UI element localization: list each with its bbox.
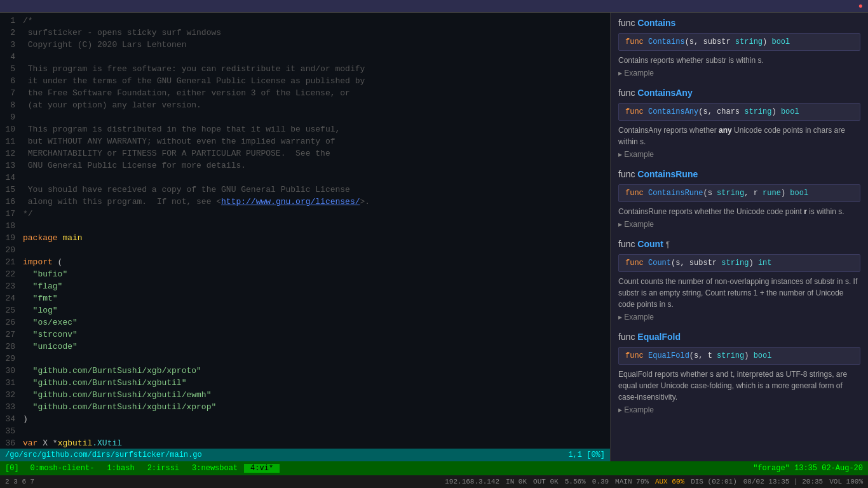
- doc-desc-contains: Contains reports whether substr is withi…: [618, 55, 860, 66]
- doc-example-count[interactable]: Example: [618, 313, 860, 322]
- doc-section-containsany: func ContainsAnyfunc ContainsAny(s, char…: [618, 88, 860, 159]
- doc-func-title-containsrune: func ContainsRune: [618, 169, 860, 179]
- doc-section-contains: func Containsfunc Contains(s, substr str…: [618, 18, 860, 78]
- status-aux: AUX 60%: [655, 478, 684, 485]
- doc-section-count: func Count ¶func Count(s, substr string)…: [618, 239, 860, 322]
- code-line-22: "bufio": [23, 269, 607, 281]
- status-ip: 192.168.3.142: [445, 478, 499, 485]
- code-position: 1,1 [0%]: [568, 451, 605, 459]
- tmux-window-2[interactable]: 2:irssi: [141, 464, 186, 473]
- code-filepath: /go/src/github.com/dirs/surfsticker/main…: [5, 451, 202, 459]
- code-line-6: it under the terms of the GNU General Pu…: [23, 76, 607, 88]
- tmux-window-4[interactable]: 4:vi*: [244, 464, 280, 473]
- code-line-28: "unicode": [23, 341, 607, 353]
- doc-code-block-contains: func Contains(s, substr string) bool: [618, 33, 860, 51]
- func-name-equalfold[interactable]: EqualFold: [637, 332, 681, 342]
- code-line-16: along with this program. If not, see <ht…: [23, 196, 607, 208]
- code-line-32: "github.com/BurntSushi/xgbutil/ewmh": [23, 390, 607, 402]
- code-line-19: package main: [23, 233, 607, 245]
- doc-example-equalfold[interactable]: Example: [618, 405, 860, 414]
- code-line-30: "github.com/BurntSushi/xgb/xproto": [23, 365, 607, 377]
- code-line-3: Copyright (C) 2020 Lars Lehtonen: [23, 39, 607, 51]
- doc-func-title-count: func Count ¶: [618, 239, 860, 249]
- doc-code-block-count: func Count(s, substr string) int: [618, 254, 860, 272]
- code-content[interactable]: /* surfsticker - opens sticky surf windo…: [20, 13, 610, 449]
- code-line-11: but WITHOUT ANY WARRANTY; without even t…: [23, 136, 607, 148]
- code-line-13: GNU General Public License for more deta…: [23, 160, 607, 172]
- code-line-20: [23, 245, 607, 257]
- pane-numbers: 2 3 6 7: [5, 478, 34, 485]
- doc-desc-equalfold: EqualFold reports whether s and t, inter…: [618, 369, 860, 403]
- code-line-33: "github.com/BurntSushi/xgbutil/xprop": [23, 402, 607, 414]
- func-name-contains[interactable]: Contains: [637, 18, 675, 28]
- code-line-21: import (: [23, 257, 607, 269]
- doc-section-containsrune: func ContainsRunefunc ContainsRune(s str…: [618, 169, 860, 229]
- titlebar-right: ●: [858, 2, 863, 11]
- doc-example-contains[interactable]: Example: [618, 69, 860, 78]
- status-date: 08/02 13:35 | 20:35: [743, 478, 823, 485]
- doc-func-title-equalfold: func EqualFold: [618, 332, 860, 342]
- code-line-29: [23, 353, 607, 365]
- doc-code-block-containsrune: func ContainsRune(s string, r rune) bool: [618, 184, 860, 202]
- code-line-4: [23, 51, 607, 64]
- code-line-14: [23, 172, 607, 184]
- code-line-26: "os/exec": [23, 317, 607, 329]
- code-line-1: /*: [23, 15, 607, 27]
- tmux-window-0[interactable]: 0:mosh-client-: [24, 464, 101, 473]
- status-load: 0.39: [592, 478, 609, 485]
- doc-code-block-containsany: func ContainsAny(s, chars string) bool: [618, 103, 860, 121]
- doc-desc-containsany: ContainsAny reports whether any Unicode …: [618, 125, 860, 147]
- func-keyword: func: [618, 88, 637, 98]
- code-line-23: "flag": [23, 281, 607, 293]
- docs-pane[interactable]: func Containsfunc Contains(s, substr str…: [610, 13, 868, 461]
- code-line-24: "fmt": [23, 293, 607, 305]
- doc-example-containsany[interactable]: Example: [618, 150, 860, 159]
- tmux-window-3[interactable]: 3:newsboat: [186, 464, 244, 473]
- titlebar: ●: [0, 0, 868, 13]
- code-line-15: You should have received a copy of the G…: [23, 184, 607, 196]
- code-line-34: ): [23, 414, 607, 426]
- para-icon: ¶: [666, 240, 670, 249]
- code-line-12: MERCHANTABILITY or FITNESS FOR A PARTICU…: [23, 148, 607, 160]
- tmux-indicator: [0]: [0, 464, 24, 473]
- status-percent: 5.56%: [565, 478, 586, 485]
- doc-section-equalfold: func EqualFoldfunc EqualFold(s, t string…: [618, 332, 860, 414]
- func-keyword: func: [618, 169, 637, 179]
- status-main: MAIN 79%: [615, 478, 649, 485]
- code-line-10: This program is distributed in the hope …: [23, 124, 607, 136]
- doc-code-block-equalfold: func EqualFold(s, t string) bool: [618, 347, 860, 365]
- tmux-bar[interactable]: [0] 0:mosh-client-1:bash2:irssi3:newsboa…: [0, 461, 868, 475]
- code-line-35: [23, 426, 607, 438]
- code-line-17: */: [23, 208, 607, 220]
- tmux-right-text: "forage" 13:35 02-Aug-20: [748, 464, 868, 473]
- code-line-27: "strconv": [23, 329, 607, 341]
- doc-example-containsrune[interactable]: Example: [618, 220, 860, 229]
- func-keyword: func: [618, 239, 637, 249]
- status-line: 2 3 6 7 192.168.3.142 IN 0K OUT 0K 5.56%…: [0, 475, 868, 488]
- func-name-count[interactable]: Count: [637, 239, 663, 249]
- doc-desc-count: Count counts the number of non-overlappi…: [618, 276, 860, 310]
- code-line-31: "github.com/BurntSushi/xgbutil": [23, 377, 607, 390]
- code-statusbar: /go/src/github.com/dirs/surfsticker/main…: [0, 449, 610, 461]
- doc-func-title-containsany: func ContainsAny: [618, 88, 860, 98]
- doc-desc-containsrune: ContainsRune reports whether the Unicode…: [618, 206, 860, 217]
- code-line-18: [23, 220, 607, 233]
- code-line-5: This program is free software: you can r…: [23, 64, 607, 76]
- tmux-windows: 0:mosh-client-1:bash2:irssi3:newsboat4:v…: [24, 464, 749, 473]
- tmux-window-1[interactable]: 1:bash: [100, 464, 140, 473]
- status-dis: DIS (02:01): [691, 478, 737, 485]
- status-left: 2 3 6 7: [5, 478, 34, 485]
- status-in: IN 0K: [506, 478, 527, 485]
- func-keyword: func: [618, 18, 637, 28]
- func-name-containsany[interactable]: ContainsAny: [637, 88, 692, 98]
- func-name-containsrune[interactable]: ContainsRune: [637, 169, 698, 179]
- code-area: 1234567891011121314151617181920212223242…: [0, 13, 610, 449]
- code-line-2: surfsticker - opens sticky surf windows: [23, 27, 607, 39]
- code-line-8: (at your option) any later version.: [23, 100, 607, 112]
- code-line-36: var X *xgbutil.XUtil: [23, 438, 607, 449]
- func-keyword: func: [618, 332, 637, 342]
- code-pane[interactable]: 1234567891011121314151617181920212223242…: [0, 13, 610, 461]
- doc-func-title-contains: func Contains: [618, 18, 860, 28]
- status-right: 192.168.3.142 IN 0K OUT 0K 5.56% 0.39 MA…: [445, 478, 863, 485]
- status-vol: VOL 100%: [829, 478, 863, 485]
